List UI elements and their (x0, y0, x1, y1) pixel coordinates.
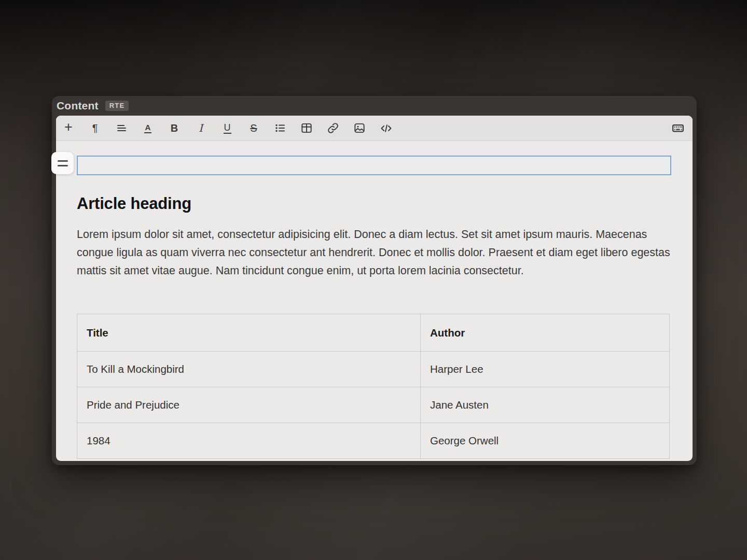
field-label: Content (57, 100, 99, 112)
code-icon (379, 121, 393, 135)
align-button[interactable] (114, 121, 129, 135)
table-row: To Kill a Mockingbird Harper Lee (77, 352, 670, 387)
table-cell-author[interactable]: Jane Austen (421, 387, 670, 423)
italic-icon: I (199, 123, 203, 133)
strikethrough-button[interactable]: S (246, 121, 261, 135)
strikethrough-icon: S (250, 123, 257, 133)
image-button[interactable] (352, 121, 367, 135)
underline-button[interactable]: U (220, 121, 234, 135)
text-style-button[interactable]: A (141, 121, 155, 135)
drag-handle-bar (58, 160, 68, 162)
keyboard-icon (671, 121, 685, 135)
text-style-icon: A (144, 123, 152, 133)
underline-icon: U (224, 123, 231, 134)
rte-badge: RTE (105, 101, 129, 111)
bold-icon: B (171, 123, 178, 133)
table-header-author[interactable]: Author (421, 314, 670, 352)
align-icon (115, 122, 128, 134)
link-button[interactable] (326, 121, 340, 135)
keyboard-shortcuts-button[interactable] (671, 121, 685, 135)
books-table[interactable]: Title Author To Kill a Mockingbird Harpe… (77, 314, 670, 459)
paragraph-button[interactable]: ¶ (88, 121, 102, 135)
field-header: Content RTE (52, 96, 697, 116)
pilcrow-icon: ¶ (92, 123, 98, 133)
article-paragraph[interactable]: Lorem ipsum dolor sit amet, consectetur … (77, 226, 673, 280)
article-heading[interactable]: Article heading (77, 192, 191, 215)
plus-icon: + (64, 120, 73, 134)
add-block-button[interactable]: + (61, 121, 76, 135)
table-cell-author[interactable]: Harper Lee (421, 352, 670, 387)
table-header-title[interactable]: Title (77, 314, 421, 352)
table-header-row: Title Author (77, 314, 670, 352)
rich-text-editor[interactable]: + ¶ A B I U S (56, 116, 693, 461)
table-cell-title[interactable]: 1984 (77, 423, 421, 459)
editor-toolbar: + ¶ A B I U S (56, 116, 693, 141)
table-row: Pride and Prejudice Jane Austen (77, 387, 670, 423)
italic-button[interactable]: I (193, 121, 208, 135)
image-icon (353, 121, 366, 135)
table-cell-title[interactable]: Pride and Prejudice (77, 387, 421, 423)
table-cell-author[interactable]: George Orwell (421, 423, 670, 459)
bullet-list-icon (274, 122, 286, 134)
link-icon (326, 121, 340, 135)
table-button[interactable] (299, 121, 314, 135)
table-cell-title[interactable]: To Kill a Mockingbird (77, 352, 421, 387)
drag-handle-bar (58, 165, 68, 166)
table-row: 1984 George Orwell (77, 423, 670, 459)
block-drag-handle[interactable] (51, 152, 74, 174)
code-button[interactable] (379, 121, 393, 135)
selected-empty-paragraph[interactable] (77, 156, 671, 175)
content-field-window: Content RTE + ¶ A B I (52, 96, 697, 465)
bullet-list-button[interactable] (273, 121, 287, 135)
bold-button[interactable]: B (167, 121, 182, 135)
table-icon (300, 121, 313, 135)
